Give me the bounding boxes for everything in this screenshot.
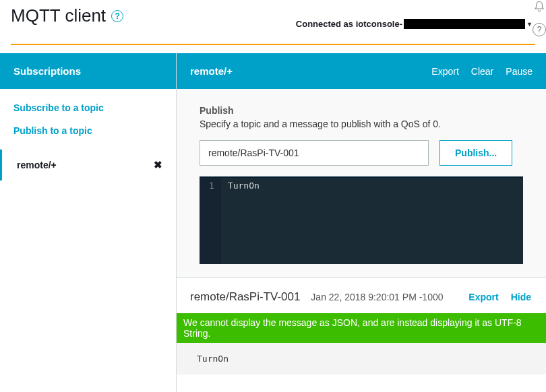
content-panel: remote/+ Export Clear Pause Publish Spec… [177,53,546,392]
publish-button[interactable]: Publish... [439,140,512,166]
divider-accent [11,44,535,45]
publish-link[interactable]: Publish to a topic [13,125,162,136]
connection-status[interactable]: Connected as iotconsole- ▾ [296,19,531,29]
publish-section: Publish Specify a topic and a message to… [177,89,546,278]
message-item: remote/RasPi-TV-001 Jan 22, 2018 9:20:01… [177,278,546,374]
subscribe-link[interactable]: Subscribe to a topic [13,102,162,113]
message-topic: remote/RasPi-TV-001 [190,290,300,303]
connection-id-redacted [404,19,525,29]
page-title: MQTT client [11,5,106,26]
subscription-name: remote/+ [17,160,57,170]
connection-label: Connected as iotconsole- [296,19,402,29]
message-timestamp: Jan 22, 2018 9:20:01 PM -1000 [311,292,443,302]
sidebar: Subscriptions Subscribe to a topic Publi… [0,53,177,392]
topic-input[interactable] [200,140,429,166]
publish-description: Specify a topic and a message to publish… [200,119,523,129]
export-action[interactable]: Export [431,66,458,77]
close-icon[interactable]: ✖ [154,159,162,171]
editor-body[interactable]: TurnOn [221,178,523,264]
message-body: TurnOn [177,343,546,374]
question-icon[interactable]: ? [533,23,546,36]
subscription-item[interactable]: remote/+ ✖ [0,150,176,181]
help-icon[interactable]: ? [111,10,123,22]
page-header: MQTT client ? Connected as iotconsole- ▾… [0,0,546,53]
message-export-action[interactable]: Export [468,292,498,302]
editor-gutter: 1 [200,178,221,264]
content-title: remote/+ [190,65,233,77]
pause-action[interactable]: Pause [506,66,533,77]
message-header: remote/RasPi-TV-001 Jan 22, 2018 9:20:01… [177,278,546,313]
clear-action[interactable]: Clear [471,66,493,77]
main-panel: Subscriptions Subscribe to a topic Publi… [0,53,546,392]
payload-editor[interactable]: 1 TurnOn [200,176,523,264]
message-hide-action[interactable]: Hide [511,292,531,302]
publish-label: Publish [200,105,523,116]
chevron-down-icon: ▾ [528,20,531,28]
content-header: remote/+ Export Clear Pause [177,53,546,89]
message-warning: We cannot display the message as JSON, a… [177,313,546,343]
bell-icon[interactable] [533,0,546,13]
sidebar-header: Subscriptions [0,53,176,89]
